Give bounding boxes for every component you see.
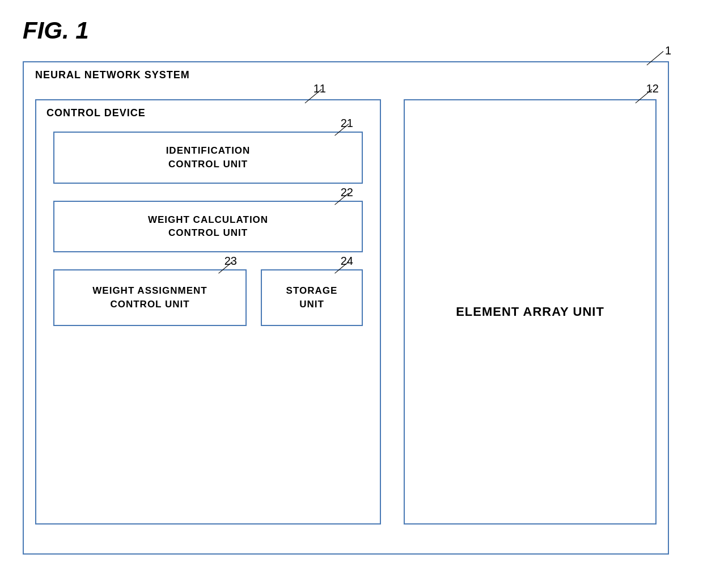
control-device-box: CONTROL DEVICE 11 21 IDENTIFICATION CONT… — [35, 99, 381, 524]
element-array-label: ELEMENT ARRAY UNIT — [456, 304, 604, 319]
weight-assignment-control-unit-box: 23 WEIGHT ASSIGNMENT CONTROL UNIT — [53, 269, 247, 326]
element-array-unit-box: 12 ELEMENT ARRAY UNIT — [404, 99, 657, 524]
neural-network-system-label: NEURAL NETWORK SYSTEM — [35, 69, 190, 81]
neural-network-system-box: NEURAL NETWORK SYSTEM 1 CONTROL DEVICE 1… — [23, 61, 669, 555]
control-device-label: CONTROL DEVICE — [46, 107, 146, 119]
figure-title: FIG. 1 — [23, 17, 680, 44]
system-number: 1 — [665, 44, 671, 57]
page: FIG. 1 NEURAL NETWORK SYSTEM 1 CONTROL D… — [0, 0, 703, 588]
units-container: 21 IDENTIFICATION CONTROL UNIT 22 WEIGHT… — [53, 132, 363, 326]
identification-control-unit-box: 21 IDENTIFICATION CONTROL UNIT — [53, 132, 363, 184]
element-array-number-line — [636, 89, 653, 103]
weight-calculation-control-unit-label: WEIGHT CALCULATION CONTROL UNIT — [148, 213, 268, 240]
weight-calculation-control-unit-box: 22 WEIGHT CALCULATION CONTROL UNIT — [53, 201, 363, 253]
storage-unit-box: 24 STORAGE UNIT — [261, 269, 363, 326]
bottom-row: 23 WEIGHT ASSIGNMENT CONTROL UNIT 24 — [53, 269, 363, 326]
system-number-line — [647, 51, 664, 65]
element-array-number: 12 — [646, 82, 659, 95]
weight-assignment-control-unit-label: WEIGHT ASSIGNMENT CONTROL UNIT — [92, 284, 207, 311]
inner-layout: CONTROL DEVICE 11 21 IDENTIFICATION CONT… — [35, 99, 657, 542]
unit-22-number: 22 — [341, 186, 353, 199]
storage-unit-label: STORAGE UNIT — [286, 284, 338, 311]
identification-control-unit-label: IDENTIFICATION CONTROL UNIT — [166, 144, 251, 171]
